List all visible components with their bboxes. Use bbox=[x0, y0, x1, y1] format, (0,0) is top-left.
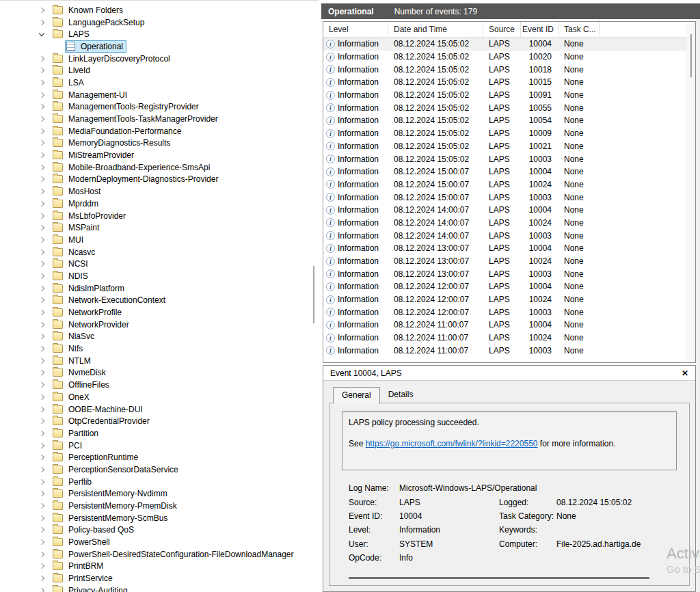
tree-item-networkprofile[interactable]: NetworkProfile bbox=[0, 306, 309, 319]
tree-node[interactable]: NTLM bbox=[51, 355, 94, 367]
tree-node[interactable]: PrintService bbox=[51, 572, 116, 584]
chevron-right-icon[interactable] bbox=[39, 370, 44, 375]
chevron-right-icon[interactable] bbox=[39, 225, 44, 230]
chevron-right-icon[interactable] bbox=[39, 563, 44, 569]
chevron-right-icon[interactable] bbox=[39, 297, 44, 303]
tree-item-moshost[interactable]: MosHost bbox=[0, 185, 309, 198]
tree-node[interactable]: ManagementTools-TaskManagerProvider bbox=[51, 113, 221, 125]
tree-node[interactable]: PersistentMemory-ScmBus bbox=[51, 512, 171, 524]
event-row[interactable]: iInformation08.12.2024 14:00:07LAPS10003… bbox=[323, 229, 695, 242]
tree-node[interactable]: PersistentMemory-PmemDisk bbox=[51, 500, 180, 512]
tree-item-laps[interactable]: LAPS bbox=[0, 28, 309, 40]
chevron-right-icon[interactable] bbox=[39, 455, 44, 460]
tree-item-otpcredentialprovider[interactable]: OtpCredentialProvider bbox=[0, 415, 309, 427]
tree-node[interactable]: MemoryDiagnostics-Results bbox=[51, 137, 174, 149]
tree-node[interactable]: MiStreamProvider bbox=[51, 149, 137, 161]
event-row[interactable]: iInformation08.12.2024 11:00:07LAPS10003… bbox=[323, 345, 695, 358]
tree-node[interactable]: NDIS bbox=[51, 270, 92, 282]
tree-node[interactable]: Operational bbox=[65, 40, 126, 53]
tree-item-policy-based-qos[interactable]: Policy-based QoS bbox=[0, 524, 309, 537]
tree-node[interactable]: Mprddm bbox=[51, 198, 102, 210]
chevron-right-icon[interactable] bbox=[39, 128, 44, 133]
detail-hscrollbar-thumb[interactable] bbox=[349, 577, 649, 579]
tree-node[interactable]: NlaSvc bbox=[51, 330, 98, 342]
event-row[interactable]: iInformation08.12.2024 15:05:02LAPS10020… bbox=[323, 51, 695, 64]
tree-item-lsa[interactable]: LSA bbox=[0, 77, 309, 89]
chevron-right-icon[interactable] bbox=[39, 19, 44, 25]
event-row[interactable]: iInformation08.12.2024 14:00:07LAPS10004… bbox=[323, 204, 695, 217]
column-header-source[interactable]: Source bbox=[483, 22, 521, 37]
tree-item-persistentmemory-scmbus[interactable]: PersistentMemory-ScmBus bbox=[0, 512, 309, 524]
tree-node[interactable]: Known Folders bbox=[51, 4, 126, 16]
chevron-right-icon[interactable] bbox=[39, 406, 44, 412]
event-row[interactable]: iInformation08.12.2024 12:00:07LAPS10024… bbox=[323, 293, 695, 306]
tree-item-managementtools-taskmanagerprovider[interactable]: ManagementTools-TaskManagerProvider bbox=[0, 113, 309, 125]
tree-node[interactable]: Management-UI bbox=[51, 89, 131, 101]
tree-node[interactable]: OfflineFiles bbox=[51, 379, 113, 391]
tree-node[interactable]: Perflib bbox=[51, 476, 95, 488]
chevron-right-icon[interactable] bbox=[39, 55, 44, 61]
tree-node[interactable]: MSPaint bbox=[51, 221, 103, 234]
tree-item-moderndeployment-diagnostics-provider[interactable]: ModernDeployment-Diagnostics-Provider bbox=[0, 174, 309, 186]
tree-node[interactable]: MosHost bbox=[51, 185, 104, 198]
tree-item-perceptionruntime[interactable]: PerceptionRuntime bbox=[0, 451, 309, 463]
close-icon[interactable]: ✕ bbox=[682, 368, 688, 378]
event-row[interactable]: iInformation08.12.2024 15:00:07LAPS10024… bbox=[323, 178, 695, 191]
chevron-right-icon[interactable] bbox=[39, 442, 44, 448]
tree-item-network-executioncontext[interactable]: Network-ExecutionContext bbox=[0, 295, 309, 307]
tree-node[interactable]: OneX bbox=[51, 391, 93, 403]
tree-item-mistreamprovider[interactable]: MiStreamProvider bbox=[0, 149, 309, 161]
column-header-id[interactable]: Event ID bbox=[521, 22, 558, 37]
column-header-level[interactable]: Level bbox=[323, 22, 388, 37]
tree-item-offlinefiles[interactable]: OfflineFiles bbox=[0, 379, 309, 391]
chevron-right-icon[interactable] bbox=[39, 576, 44, 581]
tree-item-pci[interactable]: PCI bbox=[0, 440, 309, 452]
chevron-right-icon[interactable] bbox=[39, 176, 44, 182]
tree-item-mediafoundation-performance[interactable]: MediaFoundation-Performance bbox=[0, 125, 309, 137]
tree-node[interactable]: NCSI bbox=[51, 258, 92, 270]
tree-node[interactable]: MediaFoundation-Performance bbox=[51, 125, 185, 137]
tree-node[interactable]: PersistentMemory-Nvdimm bbox=[51, 487, 171, 500]
chevron-right-icon[interactable] bbox=[39, 285, 44, 291]
tree-item-printservice[interactable]: PrintService bbox=[0, 572, 309, 584]
event-row[interactable]: iInformation08.12.2024 15:05:02LAPS10054… bbox=[323, 114, 695, 127]
tree-node[interactable]: Privacy-Auditing bbox=[51, 584, 131, 592]
tree-node[interactable]: LanguagePackSetup bbox=[51, 16, 148, 29]
tree-node[interactable]: NdisImPlatform bbox=[51, 282, 128, 295]
tree-node[interactable]: ManagementTools-RegistryProvider bbox=[51, 100, 202, 113]
tree-item-oobe-machine-dui[interactable]: OOBE-Machine-DUI bbox=[0, 403, 309, 416]
tree-item-mui[interactable]: MUI bbox=[0, 234, 309, 246]
tree-node[interactable]: PerceptionSensorDataService bbox=[51, 463, 182, 476]
tree-item-perceptionsensordataservice[interactable]: PerceptionSensorDataService bbox=[0, 463, 309, 476]
column-header-task[interactable]: Task C... bbox=[558, 22, 600, 37]
tree-item-partition[interactable]: Partition bbox=[0, 427, 309, 440]
tree-node[interactable]: LinkLayerDiscoveryProtocol bbox=[51, 53, 174, 65]
tree-item-languagepacksetup[interactable]: LanguagePackSetup bbox=[0, 16, 309, 29]
tree-node[interactable]: OtpCredentialProvider bbox=[51, 415, 153, 427]
tree-item-liveid[interactable]: LiveId bbox=[0, 64, 309, 77]
tree-node[interactable]: Partition bbox=[51, 427, 102, 440]
event-row[interactable]: iInformation08.12.2024 15:05:02LAPS10004… bbox=[323, 38, 695, 51]
tree-item-operational[interactable]: Operational bbox=[0, 40, 309, 53]
tree-item-onex[interactable]: OneX bbox=[0, 391, 309, 403]
tree-item-perflib[interactable]: Perflib bbox=[0, 476, 309, 488]
tree-scrollbar[interactable] bbox=[313, 266, 314, 323]
tree-item-ndisimplatform[interactable]: NdisImPlatform bbox=[0, 282, 309, 295]
tree-node[interactable]: Mobile-Broadband-Experience-SmsApi bbox=[51, 161, 213, 174]
chevron-right-icon[interactable] bbox=[39, 552, 44, 557]
chevron-right-icon[interactable] bbox=[39, 152, 44, 158]
chevron-right-icon[interactable] bbox=[39, 80, 44, 85]
tree-item-managementtools-registryprovider[interactable]: ManagementTools-RegistryProvider bbox=[0, 101, 309, 113]
tree-node[interactable]: PCI bbox=[51, 440, 85, 452]
chevron-right-icon[interactable] bbox=[39, 116, 44, 122]
event-row[interactable]: iInformation08.12.2024 13:00:07LAPS10003… bbox=[323, 267, 695, 280]
chevron-right-icon[interactable] bbox=[39, 334, 44, 339]
tree-item-mslbfoprovider[interactable]: MsLbfoProvider bbox=[0, 210, 309, 222]
event-row[interactable]: iInformation08.12.2024 11:00:07LAPS10024… bbox=[323, 332, 695, 345]
chevron-right-icon[interactable] bbox=[39, 189, 44, 194]
chevron-right-icon[interactable] bbox=[39, 358, 44, 364]
chevron-right-icon[interactable] bbox=[39, 515, 44, 520]
chevron-right-icon[interactable] bbox=[39, 237, 44, 243]
tree-node[interactable]: PowerShell-DesiredStateConfiguration-Fil… bbox=[51, 548, 297, 561]
chevron-right-icon[interactable] bbox=[39, 479, 44, 484]
